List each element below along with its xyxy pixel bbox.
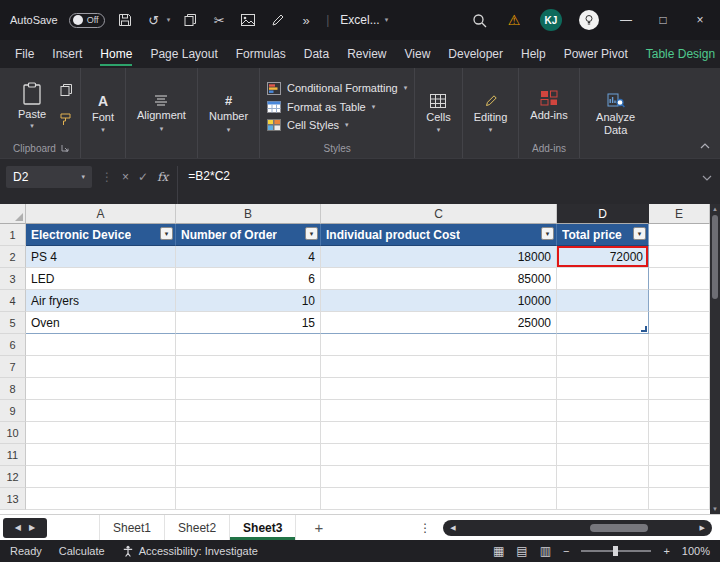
cell-A6[interactable] [26, 334, 176, 356]
row-header-5[interactable]: 5 [0, 312, 26, 334]
paste-button[interactable]: Paste ▾ [9, 82, 55, 131]
add-sheet-button[interactable]: + [314, 519, 323, 536]
column-header-C[interactable]: C [321, 204, 557, 224]
cell-B2[interactable]: 4 [176, 246, 321, 268]
cell-E6[interactable] [649, 334, 710, 356]
cell-A8[interactable] [26, 378, 176, 400]
column-header-B[interactable]: B [176, 204, 321, 224]
cell-A3[interactable]: LED [26, 268, 176, 290]
enter-button[interactable]: ✓ [138, 166, 148, 188]
zoom-slider[interactable] [581, 550, 651, 552]
cell-E8[interactable] [649, 378, 710, 400]
row-header-9[interactable]: 9 [0, 400, 26, 422]
cell-A4[interactable]: Air fryers [26, 290, 176, 312]
cell-E7[interactable] [649, 356, 710, 378]
number-button[interactable]: # Number ▾ [205, 94, 252, 134]
cell-B8[interactable] [176, 378, 321, 400]
cancel-button[interactable]: × [122, 166, 129, 188]
cell-C9[interactable] [321, 400, 557, 422]
cell-B13[interactable] [176, 488, 321, 510]
cell-C7[interactable] [321, 356, 557, 378]
menu-insert[interactable]: Insert [43, 40, 91, 68]
maximize-button[interactable]: □ [653, 13, 673, 27]
cell-D8[interactable] [557, 378, 649, 400]
page-break-view-button[interactable]: ▥ [540, 544, 551, 558]
lightbulb-icon[interactable] [579, 10, 599, 30]
filter-button[interactable]: ▾ [305, 227, 318, 240]
collapse-ribbon-icon[interactable] [700, 135, 710, 153]
cell-C3[interactable]: 85000 [321, 268, 557, 290]
cell-B7[interactable] [176, 356, 321, 378]
cell-C12[interactable] [321, 466, 557, 488]
filter-button[interactable]: ▾ [633, 227, 646, 240]
filter-button[interactable]: ▾ [541, 227, 554, 240]
cell-A2[interactable]: PS 4 [26, 246, 176, 268]
cell-styles-button[interactable]: Cell Styles ▾ [267, 119, 407, 131]
menu-review[interactable]: Review [338, 40, 395, 68]
addins-button[interactable]: Add-ins [526, 90, 571, 122]
cell-E5[interactable] [649, 312, 710, 334]
filter-button[interactable]: ▾ [160, 227, 173, 240]
cell-A13[interactable] [26, 488, 176, 510]
row-header-3[interactable]: 3 [0, 268, 26, 290]
minimize-button[interactable]: — [616, 13, 636, 27]
formula-input[interactable]: =B2*C2 [177, 166, 693, 205]
editing-button[interactable]: Editing ▾ [470, 94, 512, 135]
select-all-button[interactable] [0, 204, 26, 224]
vertical-scroll-thumb[interactable] [712, 215, 718, 299]
cell-A12[interactable] [26, 466, 176, 488]
next-sheet-icon[interactable]: ▶ [29, 523, 35, 532]
cell-D5[interactable] [557, 312, 649, 334]
cell-A11[interactable] [26, 444, 176, 466]
cell-B11[interactable] [176, 444, 321, 466]
cell-D11[interactable] [557, 444, 649, 466]
cell-E10[interactable] [649, 422, 710, 444]
cell-D7[interactable] [557, 356, 649, 378]
cells-button[interactable]: Cells ▾ [422, 94, 454, 135]
cell-D6[interactable] [557, 334, 649, 356]
menu-data[interactable]: Data [295, 40, 338, 68]
cell-E2[interactable] [649, 246, 710, 268]
menu-table-design[interactable]: Table Design [637, 40, 720, 68]
row-header-10[interactable]: 10 [0, 422, 26, 444]
calculate-status[interactable]: Calculate [59, 545, 105, 557]
cell-E9[interactable] [649, 400, 710, 422]
menu-formulas[interactable]: Formulas [227, 40, 295, 68]
autosave-toggle[interactable]: Off [69, 13, 105, 28]
save-icon[interactable] [116, 11, 134, 29]
cell-C8[interactable] [321, 378, 557, 400]
cell-E11[interactable] [649, 444, 710, 466]
zoom-slider-thumb[interactable] [613, 546, 618, 556]
cell-C11[interactable] [321, 444, 557, 466]
cell-A10[interactable] [26, 422, 176, 444]
sheet-navigation[interactable]: ◀ ▶ [3, 518, 47, 538]
cell-C5[interactable]: 25000 [321, 312, 557, 334]
cell-D9[interactable] [557, 400, 649, 422]
menu-home[interactable]: Home [91, 40, 141, 68]
row-header-13[interactable]: 13 [0, 488, 26, 510]
cut-icon[interactable]: ✂ [210, 11, 228, 29]
row-header-1[interactable]: 1 [0, 224, 26, 246]
cell-B5[interactable]: 15 [176, 312, 321, 334]
scroll-right-icon[interactable]: ▶ [700, 524, 705, 532]
sheet-options-icon[interactable]: ⋮ [419, 521, 431, 535]
zoom-in-button[interactable]: + [663, 545, 669, 557]
menu-file[interactable]: File [6, 40, 43, 68]
cell-C13[interactable] [321, 488, 557, 510]
close-button[interactable]: × [690, 13, 710, 27]
horizontal-scroll-thumb[interactable] [590, 524, 648, 532]
row-header-12[interactable]: 12 [0, 466, 26, 488]
cell-C2[interactable]: 18000 [321, 246, 557, 268]
scroll-up-icon[interactable]: ▲ [712, 206, 718, 212]
zoom-out-button[interactable]: − [563, 545, 569, 557]
conditional-formatting-button[interactable]: Conditional Formatting ▾ [267, 82, 407, 95]
cell-C1[interactable]: Individual product Cost ▾ [321, 224, 557, 246]
cell-B1[interactable]: Number of Order ▾ [176, 224, 321, 246]
row-header-11[interactable]: 11 [0, 444, 26, 466]
copy-icon[interactable] [181, 11, 199, 29]
pen-icon[interactable] [268, 11, 286, 29]
table-resize-handle[interactable] [641, 326, 647, 332]
cell-E12[interactable] [649, 466, 710, 488]
warning-icon[interactable]: ⚠ [505, 11, 523, 29]
app-menu[interactable]: Excel... ▾ [340, 13, 388, 27]
